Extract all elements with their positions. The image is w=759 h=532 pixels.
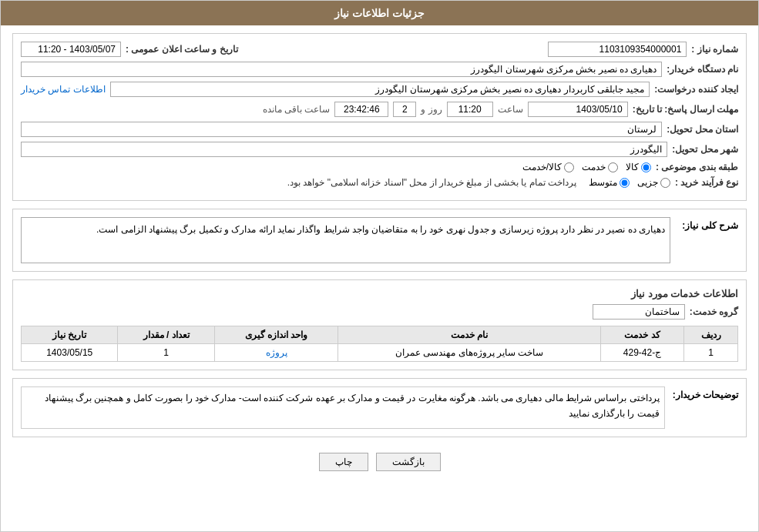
creator-field: مجید جابلقی کاربردار دهیاری ده نصیر بخش … <box>110 82 650 97</box>
cell-row: 1 <box>684 344 738 362</box>
page-title: جزئیات اطلاعات نیاز <box>334 7 425 19</box>
buyer-notes-text: پرداختی براساس شرایط مالی دهیاری می باشد… <box>21 386 665 429</box>
need-number-value: 1103109354000001 <box>599 44 682 55</box>
cell-name: ساخت سایر پروژه‌های مهندسی عمران <box>338 344 601 362</box>
process-note: پرداخت تمام یا بخشی از مبلغ خریدار از مح… <box>287 177 576 188</box>
send-date-label: مهلت ارسال پاسخ: تا تاریخ: <box>633 104 738 115</box>
page-container: جزئیات اطلاعات نیاز شماره نیاز : 1103109… <box>0 0 759 532</box>
col-date: تاریخ نیاز <box>22 326 118 344</box>
remaining-field: 23:42:46 <box>334 102 388 117</box>
col-code: کد خدمت <box>601 326 684 344</box>
category-label-2: خدمت <box>582 162 606 172</box>
cell-unit: پروژه <box>214 344 338 362</box>
category-option-3: کالا/خدمت <box>522 162 574 172</box>
row-buyer-name: نام دستگاه خریدار: دهیاری ده نصیر بخش مر… <box>21 62 738 77</box>
service-group-row: گروه خدمت: ساختمان <box>21 304 738 320</box>
category-radio-1[interactable] <box>641 162 651 172</box>
process-radio-group: جزیی متوسط <box>589 177 670 188</box>
province-label: استان محل تحویل: <box>667 124 738 135</box>
row-creator: ایجاد کننده درخواست: مجید جابلقی کاربردا… <box>21 82 738 97</box>
category-label-3: کالا/خدمت <box>522 162 562 172</box>
process-option-1: جزیی <box>637 177 670 188</box>
service-group-value: ساختمان <box>645 306 680 317</box>
buttons-row: بازگشت چاپ <box>12 445 747 483</box>
city-value: الیگودرز <box>630 144 662 155</box>
date-announce-label: تاریخ و ساعت اعلان عمومی : <box>126 44 238 55</box>
print-button[interactable]: چاپ <box>319 453 368 471</box>
col-name: نام خدمت <box>338 326 601 344</box>
buyer-notes-label: توضیحات خریدار: <box>673 390 738 400</box>
services-table: ردیف کد خدمت نام خدمت واحد اندازه گیری ت… <box>21 326 738 362</box>
row-province: استان محل تحویل: لرستان <box>21 122 738 137</box>
row-process: نوع فرآیند خرید : جزیی متوسط پرداخت تمام… <box>21 177 738 188</box>
buyer-name-field: دهیاری ده نصیر بخش مرکزی شهرستان الیگودر… <box>21 62 662 77</box>
days-label: روز و <box>421 104 442 115</box>
process-label-1: جزیی <box>637 177 658 188</box>
row-category: طبقه بندی موضوعی : کالا خدمت کالا/خدمت <box>21 162 738 172</box>
row-need-number: شماره نیاز : 1103109354000001 تاریخ و سا… <box>21 42 738 57</box>
remaining-label: ساعت باقی مانده <box>263 104 331 115</box>
buyer-name-value: دهیاری ده نصیر بخش مرکزی شهرستان الیگودر… <box>471 64 657 75</box>
date-announce-field: 1403/05/07 - 11:20 <box>21 42 121 57</box>
category-option-2: خدمت <box>582 162 618 172</box>
process-label-2: متوسط <box>589 177 617 188</box>
city-label: شهر محل تحویل: <box>672 144 738 155</box>
description-text: دهیاری ده نصیر در نظر دارد پروژه زیرسازی… <box>21 217 670 263</box>
main-info-section: شماره نیاز : 1103109354000001 تاریخ و سا… <box>12 33 747 201</box>
creator-value: مجید جابلقی کاربردار دهیاری ده نصیر بخش … <box>375 84 644 95</box>
time-field: 11:20 <box>447 102 493 117</box>
time-label: ساعت <box>498 104 523 115</box>
process-radio-2[interactable] <box>620 178 630 188</box>
page-header: جزئیات اطلاعات نیاز <box>1 1 758 25</box>
description-label: شرح کلی نیاز: <box>677 220 738 231</box>
row-city: شهر محل تحویل: الیگودرز <box>21 142 738 157</box>
back-button[interactable]: بازگشت <box>376 453 441 471</box>
date-announce-value: 1403/05/07 - 11:20 <box>38 44 116 55</box>
buyer-name-label: نام دستگاه خریدار: <box>667 64 738 75</box>
col-count: تعداد / مقدار <box>118 326 214 344</box>
buyer-notes-section: توضیحات خریدار: پرداختی براساس شرایط مال… <box>12 378 747 437</box>
time-value: 11:20 <box>458 104 482 115</box>
services-section: اطلاعات خدمات مورد نیاز گروه خدمت: ساختم… <box>12 279 747 370</box>
process-label: نوع فرآیند خرید : <box>675 177 738 188</box>
row-send-date: مهلت ارسال پاسخ: تا تاریخ: 1403/05/10 سا… <box>21 102 738 117</box>
send-date-field: 1403/05/10 <box>528 102 628 117</box>
category-radio-2[interactable] <box>608 162 618 172</box>
need-number-field: 1103109354000001 <box>548 42 687 57</box>
table-row: 1ج-42-429ساخت سایر پروژه‌های مهندسی عمرا… <box>22 344 738 362</box>
category-label-1: کالا <box>626 162 639 172</box>
service-group-label: گروه خدمت: <box>690 306 738 317</box>
cell-code: ج-42-429 <box>601 344 684 362</box>
category-option-1: کالا <box>626 162 651 172</box>
cell-date: 1403/05/15 <box>22 344 118 362</box>
col-row: ردیف <box>684 326 738 344</box>
description-section: شرح کلی نیاز: دهیاری ده نصیر در نظر دارد… <box>12 209 747 272</box>
category-radio-3[interactable] <box>564 162 574 172</box>
cell-count: 1 <box>118 344 214 362</box>
services-title: اطلاعات خدمات مورد نیاز <box>21 288 738 299</box>
province-field: لرستان <box>21 122 662 137</box>
remaining-value: 23:42:46 <box>344 104 380 115</box>
category-label: طبقه بندی موضوعی : <box>656 162 738 172</box>
province-value: لرستان <box>627 124 657 135</box>
process-radio-1[interactable] <box>660 178 670 188</box>
days-value: 2 <box>402 104 408 115</box>
date-value: 1403/05/10 <box>576 104 623 115</box>
creator-label: ایجاد کننده درخواست: <box>654 84 738 95</box>
service-group-field: ساختمان <box>593 304 685 320</box>
days-field: 2 <box>393 102 416 117</box>
col-unit: واحد اندازه گیری <box>214 326 338 344</box>
contact-link[interactable]: اطلاعات تماس خریدار <box>21 84 106 95</box>
process-option-2: متوسط <box>589 177 630 188</box>
city-field: الیگودرز <box>21 142 667 157</box>
category-radio-group: کالا خدمت کالا/خدمت <box>522 162 651 172</box>
need-number-label: شماره نیاز : <box>691 44 738 55</box>
